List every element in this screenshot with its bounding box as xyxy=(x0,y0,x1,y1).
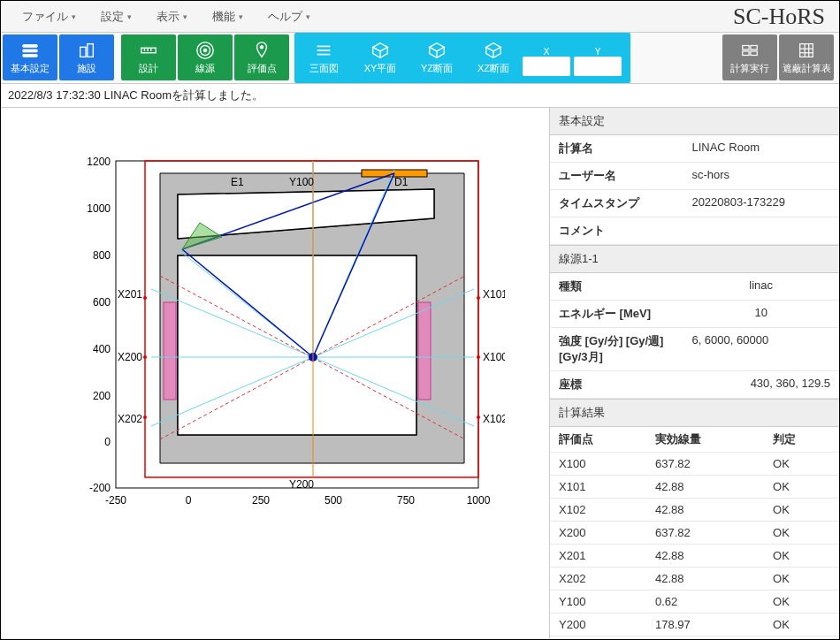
yz-section-button[interactable]: YZ断面 xyxy=(409,34,464,80)
building-icon xyxy=(77,41,96,60)
facility-button[interactable]: 施設 xyxy=(59,34,114,80)
svg-text:1200: 1200 xyxy=(87,156,111,168)
svg-rect-3 xyxy=(80,47,86,57)
menu-display[interactable]: 表示▾ xyxy=(144,4,200,30)
xy-plane-button[interactable]: XY平面 xyxy=(353,34,408,80)
svg-rect-25 xyxy=(751,50,757,55)
svg-text:750: 750 xyxy=(397,494,415,507)
svg-rect-4 xyxy=(88,43,93,57)
menu-bar: ファイル▾ 設定▾ 表示▾ 機能▾ ヘルプ▾ SC-HoRS xyxy=(1,1,839,33)
table-row: X10142.88OK xyxy=(550,476,839,499)
radiation-icon xyxy=(195,41,215,60)
grid-icon xyxy=(797,41,816,60)
cube-lines-icon xyxy=(314,41,333,60)
svg-point-69 xyxy=(143,296,147,300)
svg-point-71 xyxy=(143,415,147,419)
design-button[interactable]: 設計 xyxy=(121,34,176,80)
cube-icon xyxy=(427,41,447,60)
chevron-down-icon: ▾ xyxy=(72,12,76,21)
coord-x-input[interactable] xyxy=(523,57,570,76)
pin-icon xyxy=(252,41,271,60)
svg-text:X200: X200 xyxy=(118,351,142,363)
svg-text:800: 800 xyxy=(93,249,111,262)
svg-text:0: 0 xyxy=(186,494,192,507)
table-row: Y1000.62OK xyxy=(550,590,839,613)
svg-rect-24 xyxy=(743,50,749,55)
svg-text:Y200: Y200 xyxy=(289,478,314,491)
shielding-table-button[interactable]: 遮蔽計算表 xyxy=(779,34,834,80)
menu-settings[interactable]: 設定▾ xyxy=(88,4,144,30)
source-button[interactable]: 線源 xyxy=(178,34,233,80)
svg-rect-51 xyxy=(418,302,431,400)
svg-point-12 xyxy=(260,45,263,49)
cube-icon xyxy=(484,41,503,60)
menu-file[interactable]: ファイル▾ xyxy=(10,4,88,30)
svg-text:500: 500 xyxy=(325,494,342,507)
svg-text:X100: X100 xyxy=(483,351,505,363)
toolbar: 基本設定 施設 設計 線源 評価点 三面図 xyxy=(1,33,839,84)
svg-marker-18 xyxy=(430,42,445,50)
svg-rect-1 xyxy=(23,50,38,52)
svg-point-70 xyxy=(143,355,147,359)
table-row: Y200178.97OK xyxy=(550,613,839,636)
bricks-icon xyxy=(740,41,760,60)
coord-x-label: X xyxy=(544,47,550,57)
svg-text:1000: 1000 xyxy=(467,494,491,507)
svg-text:1000: 1000 xyxy=(87,202,111,215)
xz-section-button[interactable]: XZ断面 xyxy=(466,34,521,80)
svg-rect-22 xyxy=(743,45,749,50)
evaluation-points-button[interactable]: 評価点 xyxy=(234,34,289,80)
svg-text:X102: X102 xyxy=(483,413,505,425)
source-table: 種類linac エネルギー [MeV]10 強度 [Gy/分] [Gy/週] [… xyxy=(550,273,839,399)
svg-rect-5 xyxy=(141,48,157,53)
svg-point-72 xyxy=(477,296,480,300)
svg-point-73 xyxy=(477,355,480,359)
chevron-down-icon: ▾ xyxy=(183,12,187,21)
svg-marker-16 xyxy=(373,42,388,50)
svg-marker-20 xyxy=(486,42,501,50)
basic-section-head: 基本設定 xyxy=(550,108,839,135)
svg-text:0: 0 xyxy=(104,436,111,448)
svg-rect-47 xyxy=(178,255,416,435)
ruler-icon xyxy=(139,41,158,60)
svg-rect-2 xyxy=(23,54,38,57)
table-row: X20142.88OK xyxy=(550,545,839,568)
svg-point-9 xyxy=(203,49,207,52)
three-view-button[interactable]: 三面図 xyxy=(296,34,351,80)
table-row: X100637.82OK xyxy=(550,453,839,476)
svg-text:-200: -200 xyxy=(89,482,111,494)
svg-rect-50 xyxy=(164,302,176,400)
basic-settings-button[interactable]: 基本設定 xyxy=(3,34,57,80)
menu-functions[interactable]: 機能▾ xyxy=(200,4,256,30)
chevron-down-icon: ▾ xyxy=(239,12,243,21)
run-calculation-button[interactable]: 計算実行 xyxy=(722,34,777,80)
svg-rect-26 xyxy=(800,43,813,57)
results-table: 評価点 実効線量 判定 X100637.82OKX10142.88OKX1024… xyxy=(550,427,839,636)
svg-text:-250: -250 xyxy=(105,494,126,507)
coord-y-input[interactable] xyxy=(574,57,622,76)
svg-point-74 xyxy=(477,415,480,419)
source-section-head: 線源1-1 xyxy=(550,245,839,273)
basic-settings-table: 計算名LINAC Room ユーザー名sc-hors タイムスタンプ202208… xyxy=(550,135,839,245)
chevron-down-icon: ▾ xyxy=(306,12,310,21)
menu-help[interactable]: ヘルプ▾ xyxy=(256,4,323,30)
svg-text:400: 400 xyxy=(93,343,111,355)
plan-view-canvas[interactable]: 1200 1000 800 600 400 200 0 -200 -250 0 … xyxy=(1,108,549,639)
svg-text:200: 200 xyxy=(93,390,111,402)
svg-rect-23 xyxy=(751,45,757,50)
table-row: X20242.88OK xyxy=(550,568,839,590)
svg-text:E1: E1 xyxy=(231,176,244,188)
app-title: SC-HoRS xyxy=(733,4,839,30)
svg-text:D1: D1 xyxy=(394,176,409,188)
svg-text:250: 250 xyxy=(252,494,270,507)
results-section-head: 計算結果 xyxy=(550,399,839,427)
status-line: 2022/8/3 17:32:30 LINAC Roomを計算しました。 xyxy=(1,84,839,108)
side-panel: 基本設定 計算名LINAC Room ユーザー名sc-hors タイムスタンプ2… xyxy=(549,108,839,639)
svg-text:X201: X201 xyxy=(118,288,142,301)
svg-text:X101: X101 xyxy=(483,288,505,301)
table-row: X200637.82OK xyxy=(550,522,839,545)
svg-text:Y100: Y100 xyxy=(289,176,314,188)
coord-y-label: Y xyxy=(595,47,601,57)
coord-input-group: X Y xyxy=(523,34,629,81)
chevron-down-icon: ▾ xyxy=(127,12,132,21)
